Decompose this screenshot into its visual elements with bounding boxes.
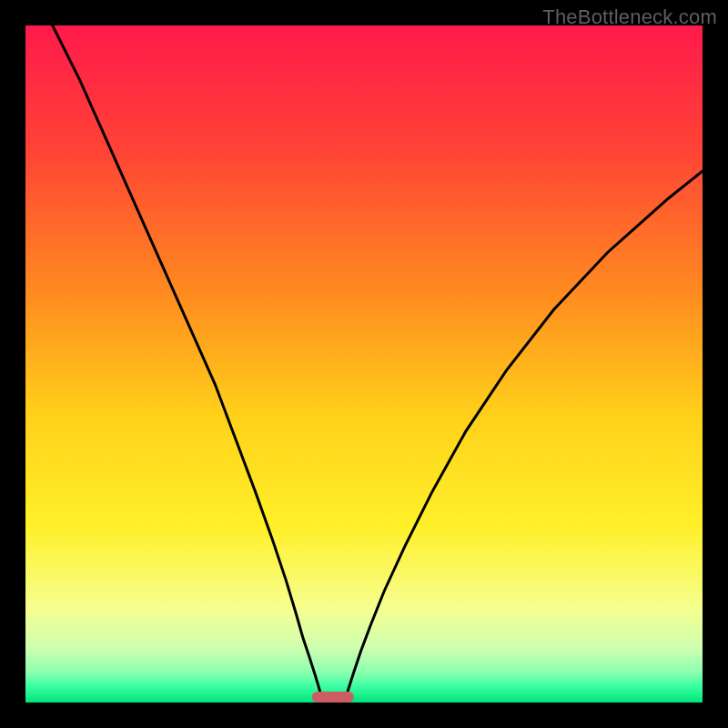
bottleneck-marker bbox=[312, 692, 354, 703]
plot-background bbox=[25, 25, 703, 703]
bottleneck-chart bbox=[0, 0, 728, 728]
outer-frame: TheBottleneck.com bbox=[0, 0, 728, 728]
